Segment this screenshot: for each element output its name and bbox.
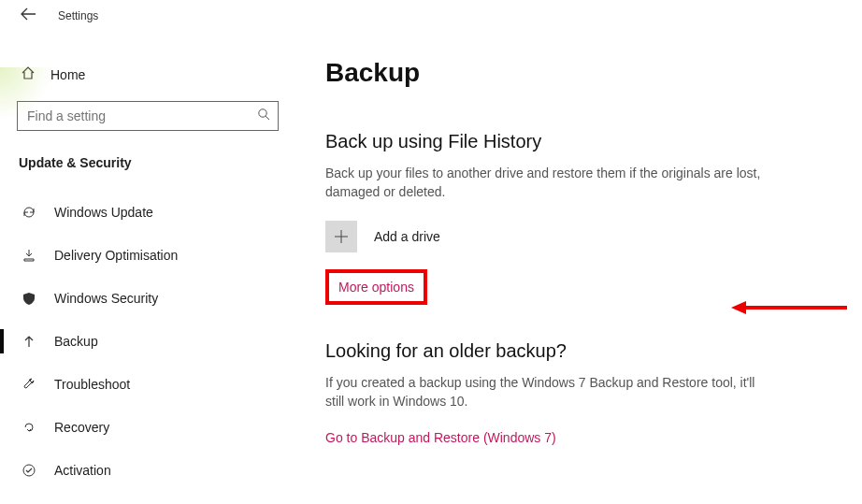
- file-history-title: Back up using File History: [325, 131, 826, 152]
- sidebar-item-label: Troubleshoot: [54, 377, 130, 392]
- svg-point-0: [259, 109, 266, 117]
- highlight-box: More options: [325, 269, 427, 305]
- main-pane: Backup Back up using File History Back u…: [299, 32, 862, 504]
- sync-icon: [21, 205, 37, 220]
- sidebar-item-label: Activation: [54, 463, 111, 478]
- plus-icon: [325, 221, 357, 252]
- backup-arrow-icon: [21, 334, 37, 349]
- wrench-icon: [21, 377, 37, 392]
- sidebar: Home Update & Security Windows Update De…: [0, 32, 299, 504]
- sidebar-item-activation[interactable]: Activation: [17, 449, 299, 492]
- search-input[interactable]: [17, 101, 279, 131]
- sidebar-item-windows-security[interactable]: Windows Security: [17, 277, 299, 320]
- sidebar-item-troubleshoot[interactable]: Troubleshoot: [17, 363, 299, 406]
- svg-line-1: [266, 116, 269, 120]
- sidebar-item-label: Delivery Optimisation: [54, 248, 178, 263]
- search-field[interactable]: [18, 108, 250, 123]
- search-icon: [250, 108, 278, 124]
- download-icon: [21, 248, 37, 263]
- window-title: Settings: [58, 9, 98, 22]
- check-circle-icon: [21, 463, 37, 478]
- sidebar-item-label: Windows Update: [54, 205, 153, 220]
- home-icon: [21, 65, 36, 84]
- more-options-link[interactable]: More options: [338, 280, 414, 295]
- sidebar-item-windows-update[interactable]: Windows Update: [17, 191, 299, 234]
- file-history-description: Back up your files to another drive and …: [325, 164, 765, 202]
- backup-restore-link[interactable]: Go to Backup and Restore (Windows 7): [325, 430, 556, 445]
- back-arrow-icon[interactable]: [21, 7, 36, 24]
- page-title: Backup: [325, 58, 826, 88]
- sidebar-item-backup[interactable]: Backup: [17, 320, 299, 363]
- home-label: Home: [50, 67, 85, 82]
- home-button[interactable]: Home: [17, 60, 299, 101]
- annotation-arrow-icon: [729, 298, 851, 321]
- older-backup-title: Looking for an older backup?: [325, 340, 826, 362]
- add-drive-button[interactable]: Add a drive: [325, 221, 826, 252]
- sidebar-item-label: Backup: [54, 334, 98, 349]
- older-backup-description: If you created a backup using the Window…: [325, 373, 765, 411]
- title-bar: Settings: [0, 0, 862, 32]
- sidebar-item-delivery-optimisation[interactable]: Delivery Optimisation: [17, 234, 299, 277]
- svg-point-2: [23, 465, 35, 476]
- category-header: Update & Security: [17, 155, 299, 170]
- svg-marker-4: [731, 301, 746, 314]
- shield-icon: [21, 291, 37, 306]
- sidebar-item-label: Recovery: [54, 420, 109, 435]
- sidebar-item-label: Windows Security: [54, 291, 158, 306]
- sidebar-item-recovery[interactable]: Recovery: [17, 406, 299, 449]
- recovery-icon: [21, 420, 37, 435]
- add-drive-label: Add a drive: [374, 229, 440, 244]
